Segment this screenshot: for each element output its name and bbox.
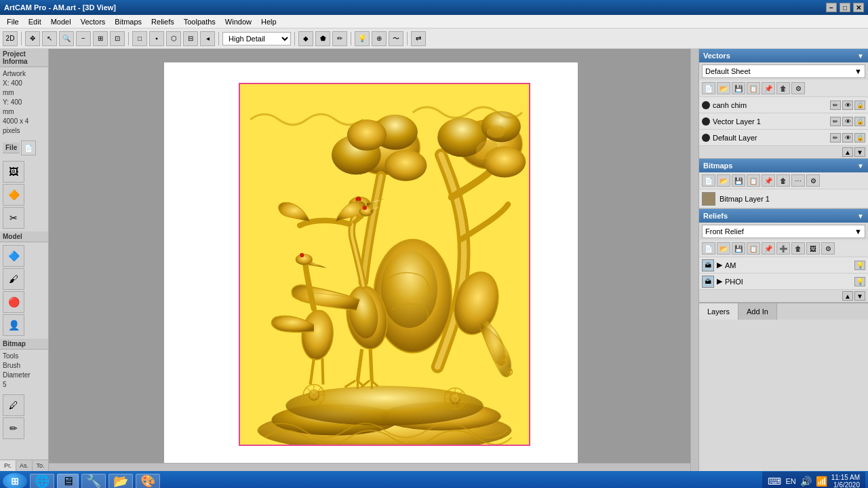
flip-tool[interactable]: ⇄ [411, 31, 426, 46]
pen-tool[interactable]: ✏ [332, 31, 347, 46]
vectors-save-btn[interactable]: 💾 [732, 82, 745, 94]
reliefs-copy-btn[interactable]: 📋 [747, 242, 760, 255]
layer-eye-canh-chim[interactable]: 👁 [842, 100, 853, 110]
volume-icon[interactable]: 🔊 [800, 476, 812, 487]
minimize-button[interactable]: − [826, 3, 837, 12]
canvas-scrollbar-vertical[interactable] [690, 49, 698, 471]
select-tool[interactable]: ↖ [42, 31, 57, 46]
view-2d-button[interactable]: 2D [3, 31, 18, 46]
layer-lock-canh-chim[interactable]: 🔒 [854, 100, 865, 110]
zoom-select-tool[interactable]: ⊡ [110, 31, 125, 46]
menu-vectors[interactable]: Vectors [77, 16, 110, 27]
relief-phoi-vis-btn[interactable]: 💡 [854, 277, 865, 286]
vectors-collapse-icon[interactable]: ▼ [857, 52, 864, 60]
reliefs-collapse-icon[interactable]: ▼ [857, 212, 864, 220]
color-fill-tool[interactable]: ◆ [298, 31, 313, 46]
file-btn[interactable]: 📄 [21, 140, 36, 155]
tab-toolpaths[interactable]: To. [33, 460, 48, 471]
vectors-new-btn[interactable]: 📄 [702, 82, 715, 94]
vectors-up-btn[interactable]: ▲ [842, 147, 853, 157]
align-tool[interactable]: ⊟ [183, 31, 198, 46]
reliefs-new-btn[interactable]: 📄 [702, 242, 715, 255]
taskbar-files[interactable]: 📂 [108, 474, 133, 488]
layer-lock-vector-1[interactable]: 🔒 [854, 117, 865, 126]
model-btn-2[interactable]: 🖌 [3, 268, 24, 290]
layer-default[interactable]: Default Layer ✏ 👁 🔒 [699, 130, 868, 146]
reliefs-delete-btn[interactable]: 🗑 [791, 242, 805, 255]
brush-btn-2[interactable]: ✏ [3, 417, 24, 439]
menu-toolpaths[interactable]: Toolpaths [180, 16, 220, 27]
arrow-left-tool[interactable]: ◂ [200, 31, 215, 46]
tab-assets[interactable]: As. [16, 460, 33, 471]
detail-dropdown[interactable]: High Detail Medium Detail Low Detail [222, 32, 291, 45]
taskbar-paint[interactable]: 🎨 [136, 474, 160, 488]
bitmaps-more-btn[interactable]: ⋯ [791, 174, 805, 187]
maximize-button[interactable]: □ [840, 3, 850, 12]
layer-lock-default[interactable]: 🔒 [854, 133, 865, 143]
vectors-sheet-dropdown[interactable]: Default Sheet ▼ [702, 64, 865, 78]
vectors-copy-btn[interactable]: 📋 [747, 82, 760, 94]
vectors-delete-btn[interactable]: 🗑 [776, 82, 790, 94]
reliefs-add-btn[interactable]: ➕ [776, 242, 790, 255]
layer-vector-layer-1[interactable]: Vector Layer 1 ✏ 👁 🔒 [699, 113, 868, 130]
canvas-scrollbar-horizontal[interactable] [49, 463, 690, 471]
relief-am-expand[interactable]: ▶ [717, 261, 722, 269]
vectors-open-btn[interactable]: 📂 [717, 82, 730, 94]
model-btn-1[interactable]: 🔷 [3, 245, 24, 267]
vectors-paste-btn[interactable]: 📌 [762, 82, 775, 94]
menu-file[interactable]: File [3, 16, 23, 27]
menu-window[interactable]: Window [221, 16, 256, 27]
reliefs-thumb-btn[interactable]: 🖼 [806, 242, 820, 255]
zoom-in-tool[interactable]: 🔍 [59, 31, 74, 46]
bitmaps-copy-btn[interactable]: 📋 [747, 174, 760, 187]
network-icon[interactable]: 📶 [816, 476, 827, 487]
tool-btn-1[interactable]: 🖼 [3, 161, 24, 183]
bitmaps-delete-btn[interactable]: 🗑 [776, 174, 790, 187]
relief-phoi-expand[interactable]: ▶ [717, 277, 722, 286]
bitmaps-paste-btn[interactable]: 📌 [762, 174, 775, 187]
model-btn-4[interactable]: 👤 [3, 314, 24, 336]
relief-am[interactable]: 🏔 ▶ AM 💡 [699, 257, 868, 274]
relief-am-vis-btn[interactable]: 💡 [854, 261, 865, 270]
wave-tool[interactable]: 〜 [389, 31, 403, 46]
tool-scissors[interactable]: ✂ [3, 207, 24, 229]
taskbar-chrome[interactable]: 🌐 [30, 474, 54, 488]
menu-edit[interactable]: Edit [24, 16, 45, 27]
model-btn-3[interactable]: 🔴 [3, 291, 24, 313]
vectors-settings-btn[interactable]: ⚙ [791, 82, 805, 94]
start-button[interactable]: ⊞ [3, 473, 27, 488]
poly-tool[interactable]: ⬡ [166, 31, 181, 46]
main-canvas[interactable] [239, 83, 530, 446]
vectors-down-btn[interactable]: ▼ [854, 147, 865, 157]
zoom-fit-tool[interactable]: ⊞ [93, 31, 108, 46]
layer-eye-default[interactable]: 👁 [842, 133, 853, 143]
layer-edit-canh-chim[interactable]: ✏ [830, 100, 841, 110]
reliefs-dropdown[interactable]: Front Relief ▼ [702, 225, 865, 238]
brush-btn-1[interactable]: 🖊 [3, 394, 24, 416]
bucket-tool[interactable]: ⬟ [315, 31, 330, 46]
reliefs-open-btn[interactable]: 📂 [717, 242, 730, 255]
rect-tool[interactable]: □ [132, 31, 147, 46]
bitmaps-open-btn[interactable]: 📂 [717, 174, 730, 187]
reliefs-up-btn[interactable]: ▲ [842, 291, 853, 301]
canvas-area[interactable] [49, 49, 698, 471]
taskbar-artcam[interactable]: 🖥 [57, 474, 79, 488]
menu-reliefs[interactable]: Reliefs [147, 16, 178, 27]
menu-model[interactable]: Model [47, 16, 75, 27]
bitmaps-collapse-icon[interactable]: ▼ [857, 162, 864, 170]
layer-eye-vector-1[interactable]: 👁 [842, 117, 853, 126]
reliefs-save-btn[interactable]: 💾 [732, 242, 745, 255]
rect-fill-tool[interactable]: ▪ [149, 31, 164, 46]
menu-bitmaps[interactable]: Bitmaps [111, 16, 146, 27]
bitmap-layer-1[interactable]: Bitmap Layer 1 [699, 189, 868, 208]
reliefs-down-btn[interactable]: ▼ [854, 291, 865, 301]
tab-project[interactable]: Pr. [0, 460, 16, 471]
taskbar-tool3[interactable]: 🔧 [81, 474, 106, 488]
layer-canh-chim[interactable]: canh chim ✏ 👁 🔒 [699, 97, 868, 113]
bitmaps-save-btn[interactable]: 💾 [732, 174, 745, 187]
tab-add-in[interactable]: Add In [738, 303, 777, 320]
bitmaps-new-btn[interactable]: 📄 [702, 174, 715, 187]
close-button[interactable]: ✕ [853, 3, 864, 12]
layer-edit-default[interactable]: ✏ [830, 133, 841, 143]
bitmaps-settings-btn[interactable]: ⚙ [806, 174, 820, 187]
